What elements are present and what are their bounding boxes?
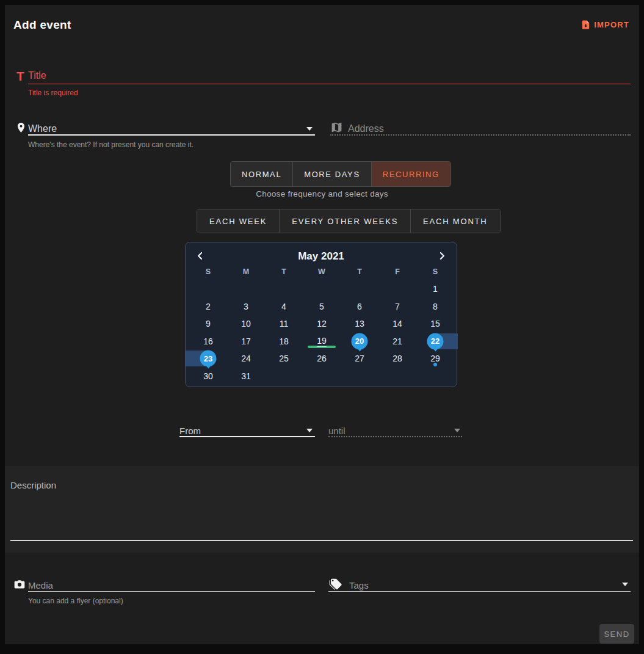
calendar-day-31[interactable]: 31 xyxy=(227,368,265,385)
calendar-day-20[interactable]: 20 xyxy=(341,333,378,351)
day-number: 19 xyxy=(317,336,327,347)
file-import-icon xyxy=(581,20,591,30)
from-select[interactable] xyxy=(179,424,302,437)
calendar-day-16[interactable]: 16 xyxy=(189,333,227,351)
calendar-day-7[interactable]: 7 xyxy=(378,298,416,316)
calendar-day-15[interactable]: 15 xyxy=(416,315,454,333)
day-number: 10 xyxy=(241,319,251,329)
day-number: 22 xyxy=(431,336,440,346)
tags-underline xyxy=(328,591,631,592)
day-number: 27 xyxy=(355,354,364,363)
calendar-day-empty xyxy=(416,368,454,385)
day-number: 11 xyxy=(280,319,289,329)
calendar-day-empty xyxy=(341,368,378,385)
weekday-label: M xyxy=(227,267,265,276)
calendar-day-28[interactable]: 28 xyxy=(378,350,416,368)
calendar-day-5[interactable]: 5 xyxy=(303,298,341,316)
frequency-every-other-weeks[interactable]: EVERY OTHER WEEKS xyxy=(280,209,411,233)
where-caret-icon[interactable] xyxy=(306,127,313,131)
description-underline xyxy=(10,540,633,541)
calendar-day-empty xyxy=(265,280,303,298)
day-number: 31 xyxy=(241,371,251,381)
day-number: 23 xyxy=(204,354,212,363)
tab-more-days[interactable]: MORE DAYS xyxy=(293,162,371,186)
title-error-text: Title is required xyxy=(28,89,78,97)
calendar-day-24[interactable]: 24 xyxy=(227,350,265,368)
day-number: 26 xyxy=(317,354,327,363)
tags-caret-icon[interactable] xyxy=(622,583,628,586)
day-number: 29 xyxy=(430,354,440,363)
calendar-day-9[interactable]: 9 xyxy=(189,315,227,333)
frequency-each-week[interactable]: EACH WEEK xyxy=(197,209,280,233)
title-underline xyxy=(28,84,631,84)
calendar-day-1[interactable]: 1 xyxy=(416,280,454,298)
calendar-day-4[interactable]: 4 xyxy=(265,298,303,316)
tags-select[interactable] xyxy=(349,578,612,592)
day-number: 3 xyxy=(244,302,248,311)
calendar-grid: 1234567891011121314151617181920212223242… xyxy=(189,280,454,385)
calendar-day-23[interactable]: 23 xyxy=(189,350,227,368)
calendar-day-21[interactable]: 21 xyxy=(378,333,416,351)
calendar-day-6[interactable]: 6 xyxy=(341,298,378,316)
calendar-day-19[interactable]: 19 xyxy=(303,333,341,351)
send-button[interactable]: SEND xyxy=(599,624,634,644)
calendar-day-17[interactable]: 17 xyxy=(227,333,265,351)
calendar-day-3[interactable]: 3 xyxy=(227,298,265,316)
calendar-day-2[interactable]: 2 xyxy=(189,298,227,316)
frequency-each-month[interactable]: EACH MONTH xyxy=(411,209,499,233)
calendar-day-empty xyxy=(303,280,341,298)
description-textarea[interactable] xyxy=(10,480,633,538)
weekday-label: S xyxy=(416,267,454,276)
day-number: 8 xyxy=(433,302,438,311)
day-number: 1 xyxy=(433,284,438,294)
calendar-week-row: 9101112131415 xyxy=(189,315,454,333)
calendar-day-18[interactable]: 18 xyxy=(265,333,303,351)
media-hint: You can add a flyer (optional) xyxy=(28,597,123,605)
media-underline xyxy=(28,591,315,592)
calendar-day-27[interactable]: 27 xyxy=(341,350,378,368)
calendar-weekday-header: SMTWTFS xyxy=(189,267,454,276)
calendar-next-button[interactable] xyxy=(435,250,449,263)
title-input[interactable] xyxy=(28,68,631,84)
calendar-day-22[interactable]: 22 xyxy=(416,333,454,351)
weekday-label: T xyxy=(341,267,378,276)
address-underline xyxy=(330,134,631,136)
import-button[interactable]: IMPORT xyxy=(581,20,629,30)
calendar-month-title: May 2021 xyxy=(186,250,457,263)
calendar-day-empty xyxy=(189,280,227,298)
calendar-day-empty xyxy=(227,280,265,298)
calendar-day-30[interactable]: 30 xyxy=(189,368,227,385)
tags-icon xyxy=(328,578,343,590)
day-number: 25 xyxy=(279,354,289,363)
day-number: 18 xyxy=(279,336,289,346)
calendar-day-25[interactable]: 25 xyxy=(265,350,303,368)
weekday-label: T xyxy=(265,267,303,276)
tab-recurring[interactable]: RECURRING xyxy=(372,162,450,186)
until-underline xyxy=(328,436,462,437)
calendar-day-29[interactable]: 29 xyxy=(416,350,454,368)
chevron-right-icon xyxy=(436,250,448,262)
calendar-day-10[interactable]: 10 xyxy=(227,315,265,333)
day-number: 5 xyxy=(319,302,324,311)
tab-normal[interactable]: NORMAL xyxy=(231,162,293,186)
day-number: 30 xyxy=(203,371,213,381)
calendar: May 2021 SMTWTFS 12345678910111213141516… xyxy=(185,242,457,387)
calendar-week-row: 16171819202122 xyxy=(189,333,454,351)
calendar-day-14[interactable]: 14 xyxy=(378,315,416,333)
calendar-week-row: 3031 xyxy=(189,368,454,385)
calendar-day-12[interactable]: 12 xyxy=(303,315,341,333)
weekday-label: S xyxy=(189,267,227,276)
calendar-day-11[interactable]: 11 xyxy=(265,315,303,333)
until-caret-icon[interactable] xyxy=(454,429,460,432)
calendar-day-13[interactable]: 13 xyxy=(341,315,378,333)
day-number: 13 xyxy=(355,319,364,329)
calendar-day-26[interactable]: 26 xyxy=(303,350,341,368)
day-number: 9 xyxy=(206,319,211,329)
map-icon xyxy=(330,121,343,134)
event-type-tabs: NORMALMORE DAYSRECURRING xyxy=(230,161,451,187)
from-caret-icon[interactable] xyxy=(306,429,313,432)
media-input[interactable] xyxy=(28,578,297,592)
calendar-day-8[interactable]: 8 xyxy=(416,298,454,316)
until-select[interactable] xyxy=(328,424,438,437)
calendar-day-empty xyxy=(265,368,303,385)
